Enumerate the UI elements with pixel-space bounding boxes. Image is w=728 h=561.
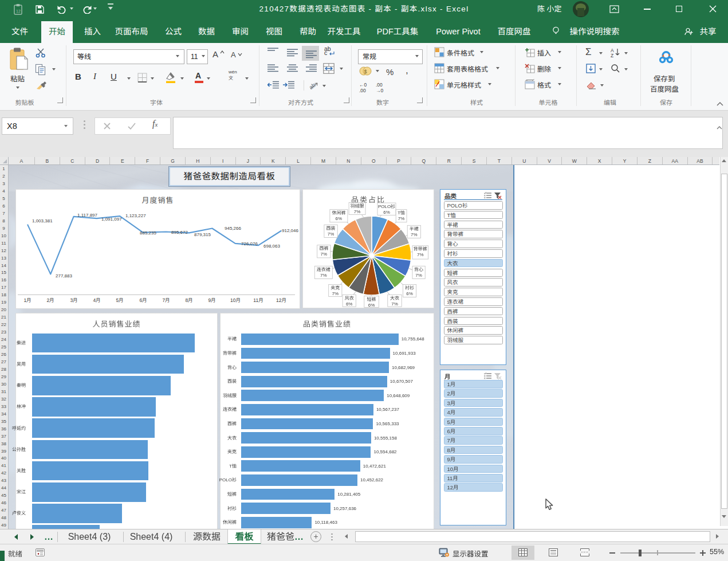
svg-text:1,123,227: 1,123,227: [125, 213, 146, 218]
svg-text:698,063: 698,063: [263, 244, 280, 249]
svg-text:885,235: 885,235: [140, 230, 156, 236]
svg-text:大衣: 大衣: [390, 296, 399, 301]
svg-text:1月: 1月: [23, 297, 31, 303]
svg-text:风衣: 风衣: [345, 296, 354, 301]
svg-text:6%: 6%: [383, 210, 390, 215]
svg-text:1,091,097: 1,091,097: [101, 217, 122, 222]
svg-text:7%: 7%: [320, 273, 327, 278]
svg-text:6%: 6%: [368, 303, 375, 308]
svg-text:6%: 6%: [346, 301, 353, 307]
svg-text:T恤: T恤: [398, 210, 405, 215]
svg-text:12月: 12月: [276, 297, 286, 303]
svg-text:945,266: 945,266: [225, 226, 241, 231]
svg-text:7%: 7%: [332, 291, 339, 296]
svg-text:西装: 西装: [326, 226, 336, 231]
svg-text:7%: 7%: [321, 252, 328, 257]
svg-text:羽绒服: 羽绒服: [351, 203, 364, 209]
svg-text:879,315: 879,315: [194, 232, 211, 237]
svg-text:7月: 7月: [162, 297, 170, 303]
svg-text:ab: ab: [308, 81, 317, 91]
svg-text:7%: 7%: [354, 209, 361, 214]
svg-text:连衣裙: 连衣裙: [317, 267, 330, 272]
svg-text:6%: 6%: [336, 216, 343, 221]
svg-text:277,883: 277,883: [56, 273, 72, 278]
svg-text:短裤: 短裤: [367, 297, 376, 302]
svg-text:8月: 8月: [185, 297, 192, 303]
svg-text:背心: 背心: [414, 267, 423, 272]
svg-text:11月: 11月: [253, 297, 263, 303]
svg-text:2月: 2月: [46, 297, 54, 303]
svg-text:7%: 7%: [328, 232, 335, 237]
svg-text:Z: Z: [611, 53, 613, 58]
svg-text:10月: 10月: [230, 297, 241, 303]
svg-text:夹克: 夹克: [330, 285, 340, 291]
svg-text:4月: 4月: [93, 297, 100, 303]
svg-text:7%: 7%: [417, 252, 424, 257]
svg-text:西裤: 西裤: [319, 246, 328, 251]
svg-text:5月: 5月: [116, 297, 123, 303]
svg-text:1,117,897: 1,117,897: [77, 213, 98, 218]
svg-text:726,076: 726,076: [241, 241, 258, 246]
svg-text:半裙: 半裙: [410, 226, 419, 232]
svg-text:7%: 7%: [411, 232, 418, 237]
svg-text:衬衫: 衬衫: [405, 285, 414, 291]
svg-text:POLO衫: POLO衫: [378, 204, 395, 209]
svg-text:895,672: 895,672: [171, 230, 188, 235]
svg-text:$: $: [364, 69, 367, 74]
svg-text:912,046: 912,046: [282, 228, 298, 233]
svg-text:9月: 9月: [208, 297, 215, 303]
svg-text:7%: 7%: [398, 216, 405, 221]
svg-text:6%: 6%: [406, 291, 413, 296]
svg-text:背带裤: 背带裤: [414, 246, 427, 252]
svg-text:3月: 3月: [70, 297, 77, 303]
svg-text:7%: 7%: [415, 273, 422, 278]
svg-text:6月: 6月: [139, 297, 147, 303]
svg-text:7%: 7%: [391, 301, 398, 307]
svg-text:1,003,381: 1,003,381: [32, 218, 53, 223]
svg-text:休闲裤: 休闲裤: [332, 210, 345, 215]
